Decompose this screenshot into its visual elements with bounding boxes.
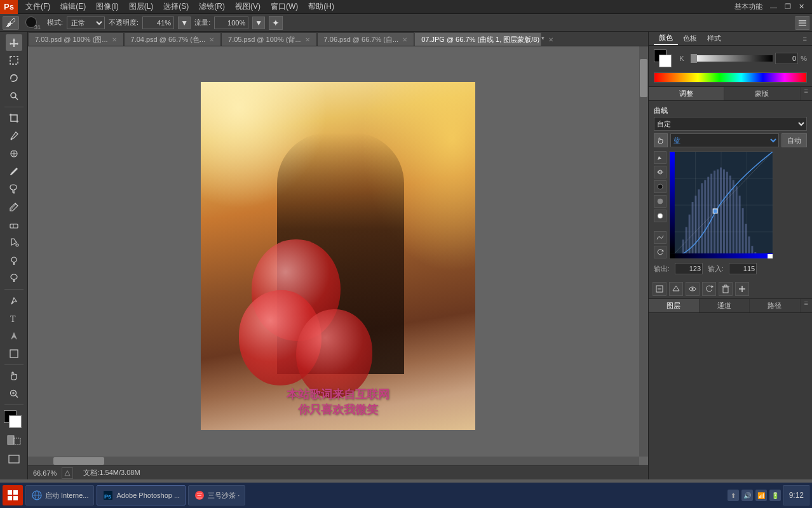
healing-tool[interactable] [6,145,22,162]
plus-btn[interactable] [735,282,749,296]
curve-select-tool[interactable] [654,151,667,164]
menu-select[interactable]: 选择(S) [158,0,194,13]
menu-filter[interactable]: 滤镜(R) [194,0,230,13]
eraser-tool[interactable] [6,217,22,233]
tray-icon-1[interactable]: ⬆ [727,490,739,501]
adj-panel-options[interactable]: ≡ [801,87,812,100]
tab-close-2[interactable]: ✕ [304,36,310,43]
vertical-scrollbar[interactable] [639,46,648,457]
airbrush-btn[interactable]: ✦ [269,16,283,30]
color-spectrum[interactable] [654,72,807,83]
color-swatches[interactable] [654,50,675,67]
taskbar-internet-btn[interactable]: 启动 Interne... [25,485,94,505]
curve-sample-midtones[interactable] [654,195,667,208]
shape-tool[interactable] [6,345,22,362]
panel-tab-swatches[interactable]: 色板 [678,32,702,44]
menu-help[interactable]: 帮助(H) [303,0,339,13]
channel-slider-k[interactable] [691,55,773,62]
layers-tab-channels[interactable]: 通道 [700,299,750,312]
brush-tool-icon[interactable]: 🖌 [3,16,19,30]
tab-1[interactable]: 7.04.psd @ 66.7% (色... ✕ [124,32,222,46]
pen-tool[interactable] [6,292,22,309]
quick-mask-btn[interactable] [6,433,22,450]
zoom-warning-icon[interactable] [62,467,73,479]
prev-layer-btn[interactable] [669,282,683,296]
path-selection-tool[interactable] [6,328,22,344]
menu-image[interactable]: 图像(I) [91,0,123,13]
reset-btn[interactable] [702,282,716,296]
tab-4[interactable]: 07.JPG @ 66.7% (曲线 1, 图层蒙版/8) * ✕ [414,32,541,46]
move-tool[interactable] [6,34,22,51]
visibility-btn[interactable] [686,282,700,296]
flow-input[interactable] [214,17,248,29]
restore-button[interactable]: ❐ [782,2,794,11]
horizontal-scrollbar[interactable] [28,457,639,465]
panel-tab-color[interactable]: 颜色 [654,32,678,45]
adj-tab-adjustments[interactable]: 调整 [649,87,724,100]
clone-stamp-tool[interactable] [6,181,22,197]
settings-icon[interactable] [795,16,809,30]
tab-close-1[interactable]: ✕ [208,36,214,43]
preset-select[interactable]: 自定 [654,117,807,131]
panel-tab-styles[interactable]: 样式 [702,32,726,44]
hand-tool[interactable] [6,368,22,384]
tab-0[interactable]: 7.03.psd @ 100% (图... ✕ [28,32,124,46]
marquee-tool[interactable] [6,52,22,69]
curves-graph[interactable] [669,151,773,259]
channel-select[interactable]: 蓝 RGB 红 绿 [670,133,779,147]
windows-start-btn[interactable] [3,485,23,505]
dodge-tool[interactable] [6,270,22,286]
brush-preview[interactable]: 31 [23,15,43,30]
layers-tab-layers[interactable]: 图层 [649,299,700,312]
curve-smooth[interactable] [654,231,667,244]
crop-tool[interactable] [6,110,22,126]
eyedropper-tool[interactable] [6,128,22,144]
text-tool[interactable]: T [6,310,22,326]
photo-canvas[interactable]: 本站歌词来自互联网 你只喜欢我微笑 [201,82,475,430]
menu-file[interactable]: 文件(F) [20,0,55,13]
clip-to-layer-btn[interactable] [653,282,667,296]
opacity-input[interactable] [142,17,174,29]
paint-bucket-tool[interactable] [6,234,22,251]
tray-icon-3[interactable]: 📶 [755,490,767,501]
menu-view[interactable]: 视图(V) [230,0,266,13]
screen-mode-btn[interactable] [6,451,22,467]
curve-sample-shadows[interactable] [654,180,667,193]
vertical-scrollbar-thumb[interactable] [640,59,647,97]
workspace-selector[interactable]: 基本功能 [732,1,765,12]
opacity-slider-btn[interactable]: ▼ [178,17,191,29]
input-input[interactable]: 115 [729,263,757,274]
close-button[interactable]: ✕ [796,2,807,11]
tab-close-3[interactable]: ✕ [401,36,407,43]
menu-edit[interactable]: 编辑(E) [55,0,91,13]
zoom-tool[interactable] [6,385,22,402]
background-color[interactable] [9,415,22,428]
curve-reset[interactable] [654,246,667,258]
color-panel-options[interactable]: ≡ [803,35,807,43]
curve-hand-icon[interactable] [654,133,668,147]
bg-swatch[interactable] [659,55,672,67]
output-input[interactable]: 123 [675,263,703,274]
color-picker[interactable] [4,410,24,431]
curve-point-tool[interactable] [654,166,667,178]
tray-icon-4[interactable]: 🔋 [769,490,781,501]
menu-layer[interactable]: 图层(L) [124,0,159,13]
layers-panel-options[interactable]: ≡ [801,299,812,312]
layers-tab-paths[interactable]: 路径 [750,299,801,312]
delete-btn[interactable] [719,282,733,296]
tab-close-0[interactable]: ✕ [111,36,117,43]
curve-sample-highlights[interactable] [654,210,667,222]
auto-button[interactable]: 自动 [782,133,807,147]
horizontal-scrollbar-thumb[interactable] [53,457,104,465]
flow-slider-btn[interactable]: ▼ [252,17,265,29]
quick-select-tool[interactable] [6,88,22,104]
history-brush-tool[interactable] [6,199,22,215]
taskbar-photoshop-btn[interactable]: Ps Adobe Photoshop ... [97,485,186,505]
tab-2[interactable]: 7.05.psd @ 100% (背... ✕ [221,32,317,46]
menu-window[interactable]: 窗口(W) [266,0,303,13]
brush-tool[interactable] [6,163,22,180]
mode-select[interactable]: 正常 [67,17,105,29]
adj-tab-mask[interactable]: 蒙版 [724,87,800,100]
tab-3[interactable]: 7.06.psd @ 66.7% (自... ✕ [317,32,415,46]
minimize-button[interactable]: — [768,3,780,11]
